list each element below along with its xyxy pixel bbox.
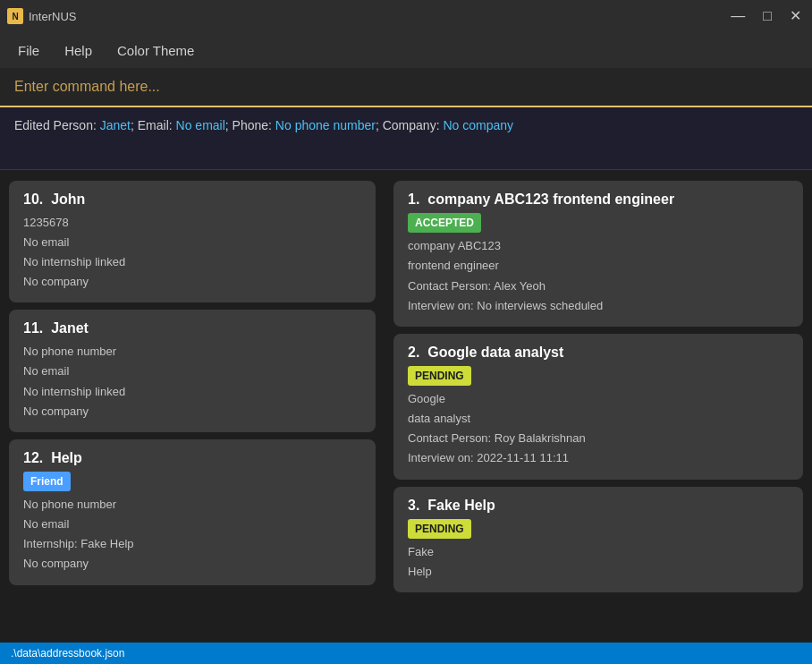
status-bar: Edited Person: Janet; Email: No email; P… bbox=[0, 107, 812, 170]
internship-detail: ACCEPTED company ABC123 frontend enginee… bbox=[408, 213, 789, 316]
menu-file[interactable]: File bbox=[14, 39, 43, 62]
menu-color-theme[interactable]: Color Theme bbox=[114, 39, 198, 62]
internship-card[interactable]: 1. company ABC123 frontend engineer ACCE… bbox=[393, 181, 803, 327]
status-person: Janet bbox=[100, 118, 131, 132]
minimize-button[interactable]: — bbox=[727, 7, 749, 25]
internship-detail: PENDING Fake Help bbox=[408, 519, 789, 583]
status-text: Edited Person: Janet; Email: No email; P… bbox=[14, 118, 513, 132]
person-card[interactable]: 10. John 1235678 No email No internship … bbox=[9, 181, 376, 302]
status-email-label: ; Email: bbox=[131, 118, 176, 132]
persons-panel: 10. John 1235678 No email No internship … bbox=[0, 170, 385, 643]
main-content: 10. John 1235678 No email No internship … bbox=[0, 170, 812, 643]
internship-detail: PENDING Google data analyst Contact Pers… bbox=[408, 366, 789, 469]
internship-status-badge: ACCEPTED bbox=[408, 213, 481, 233]
internship-card[interactable]: 3. Fake Help PENDING Fake Help bbox=[393, 487, 803, 593]
internship-card[interactable]: 2. Google data analyst PENDING Google da… bbox=[393, 334, 803, 480]
app-icon: N bbox=[7, 8, 23, 24]
internships-panel: 1. company ABC123 frontend engineer ACCE… bbox=[385, 170, 812, 643]
command-bar bbox=[0, 68, 812, 107]
status-company: No company bbox=[443, 118, 513, 132]
menu-bar: File Help Color Theme bbox=[0, 32, 812, 68]
title-bar-controls: — □ ✕ bbox=[727, 7, 805, 25]
person-card[interactable]: 11. Janet No phone number No email No in… bbox=[9, 310, 376, 431]
command-input[interactable] bbox=[14, 79, 798, 95]
status-prefix: Edited Person: bbox=[14, 118, 100, 132]
title-bar-title: InterNUS bbox=[29, 10, 76, 23]
status-phone-label: ; Phone: bbox=[225, 118, 275, 132]
status-phone: No phone number bbox=[275, 118, 376, 132]
title-bar: N InterNUS — □ ✕ bbox=[0, 0, 812, 32]
person-detail: 1235678 No email No internship linked No… bbox=[23, 213, 361, 292]
menu-help[interactable]: Help bbox=[61, 39, 96, 62]
person-name: 10. John bbox=[23, 192, 361, 208]
internship-name: 3. Fake Help bbox=[408, 498, 789, 514]
footer-path: .\data\addressbook.json bbox=[11, 647, 124, 660]
person-badge: Friend bbox=[23, 472, 71, 491]
status-company-label: ; Company: bbox=[376, 118, 443, 132]
status-email: No email bbox=[176, 118, 225, 132]
person-name: 11. Janet bbox=[23, 320, 361, 336]
internship-name: 2. Google data analyst bbox=[408, 345, 789, 361]
person-card[interactable]: 12. Help Friend No phone number No email… bbox=[9, 439, 376, 585]
close-button[interactable]: ✕ bbox=[786, 7, 805, 25]
title-bar-left: N InterNUS bbox=[7, 8, 76, 24]
person-detail: Friend No phone number No email Internsh… bbox=[23, 472, 361, 575]
footer: .\data\addressbook.json bbox=[0, 643, 812, 664]
person-name: 12. Help bbox=[23, 450, 361, 466]
internship-status-badge: PENDING bbox=[408, 519, 471, 539]
internship-name: 1. company ABC123 frontend engineer bbox=[408, 192, 789, 208]
maximize-button[interactable]: □ bbox=[759, 7, 775, 25]
internship-status-badge: PENDING bbox=[408, 366, 471, 386]
person-detail: No phone number No email No internship l… bbox=[23, 342, 361, 421]
